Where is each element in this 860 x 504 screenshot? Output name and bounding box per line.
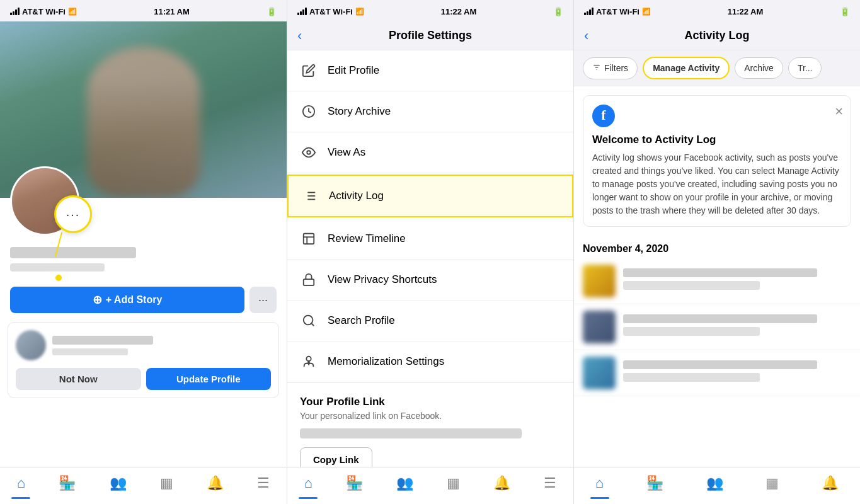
activity-text-line-5 <box>623 360 817 369</box>
settings-item-privacy[interactable]: View Privacy Shortcuts <box>287 260 573 301</box>
nav-people-p1[interactable]: 👥 <box>102 472 134 494</box>
add-story-label: + Add Story <box>106 294 163 306</box>
not-now-button[interactable]: Not Now <box>16 368 141 390</box>
more-options-button[interactable]: ··· <box>249 287 277 313</box>
suggestion-sub-blur <box>52 348 128 355</box>
add-story-button[interactable]: ⊕ + Add Story <box>10 287 244 313</box>
tab-archive-label: Archive <box>744 63 774 73</box>
nav-people-p2[interactable]: 👥 <box>389 472 421 494</box>
nav-bell-p2[interactable]: 🔔 <box>486 472 518 494</box>
status-bar-p1: AT&T Wi-Fi 📶 11:21 AM 🔋 <box>0 0 287 21</box>
nav-indicator-p2 <box>299 497 318 499</box>
settings-item-activity-log[interactable]: Activity Log <box>287 175 573 217</box>
nav-indicator-p1 <box>11 497 30 499</box>
tab-filters[interactable]: Filters <box>583 57 638 79</box>
activity-item-2[interactable] <box>574 304 860 350</box>
menu-icon-p1: ▦ <box>160 475 173 491</box>
time-p2: 11:22 AM <box>441 7 477 16</box>
battery-icon-p3: 🔋 <box>840 7 850 16</box>
yellow-dot-decoration <box>55 275 62 281</box>
panel-settings: AT&T Wi-Fi 📶 11:22 AM 🔋 ‹ Profile Settin… <box>287 0 573 504</box>
carrier-p3: AT&T Wi-Fi <box>596 7 639 16</box>
privacy-label: View Privacy Shortcuts <box>328 273 437 286</box>
status-left-p3: AT&T Wi-Fi 📶 <box>584 7 651 16</box>
activity-item-1[interactable] <box>574 258 860 304</box>
time-p3: 11:22 AM <box>728 7 764 16</box>
shop-icon-p3: 🏪 <box>646 475 663 491</box>
view-as-icon <box>300 144 318 161</box>
signal-icon-p2 <box>297 8 307 15</box>
people-icon-p1: 👥 <box>110 475 127 491</box>
activity-tabs: Filters Manage Activity Archive Tr... <box>574 50 860 86</box>
review-timeline-label: Review Timeline <box>328 232 406 245</box>
activity-text-1 <box>623 268 851 294</box>
profile-link-subtitle: Your personalized link on Facebook. <box>300 411 561 421</box>
wifi-icon-p3: 📶 <box>642 8 651 16</box>
activity-text-line-6 <box>623 373 760 382</box>
battery-icon-p1: 🔋 <box>267 7 277 16</box>
home-icon-p1: ⌂ <box>17 475 25 491</box>
plus-icon: ⊕ <box>93 293 102 307</box>
settings-item-review-timeline[interactable]: Review Timeline <box>287 219 573 260</box>
settings-item-search-profile[interactable]: Search Profile <box>287 301 573 341</box>
nav-home-p1[interactable]: ⌂ <box>9 472 33 494</box>
menu-icon-p3: ▦ <box>765 475 779 491</box>
activity-thumb-3 <box>583 357 616 389</box>
nav-hamburger-p2[interactable]: ☰ <box>536 472 564 494</box>
settings-header: ‹ Profile Settings <box>287 21 573 50</box>
profile-name-blurred <box>10 247 136 258</box>
tab-manage-activity[interactable]: Manage Activity <box>643 57 730 79</box>
three-dots-button[interactable]: ··· <box>54 195 92 233</box>
activity-header: ‹ Activity Log <box>574 21 860 50</box>
nav-menu-p3[interactable]: ▦ <box>758 472 786 494</box>
people-icon-p2: 👥 <box>396 475 413 491</box>
dots-icon: ··· <box>66 207 81 222</box>
update-profile-button[interactable]: Update Profile <box>146 368 272 390</box>
tab-filters-label: Filters <box>604 63 628 73</box>
svg-line-13 <box>311 323 314 326</box>
back-button-p3[interactable]: ‹ <box>584 28 588 44</box>
nav-home-p3[interactable]: ⌂ <box>588 472 611 494</box>
wifi-icon-p2: 📶 <box>355 8 364 16</box>
nav-shop-p3[interactable]: 🏪 <box>639 472 671 494</box>
shop-icon-p1: 🏪 <box>59 475 76 491</box>
nav-hamburger-p1[interactable]: ☰ <box>249 472 277 494</box>
bell-icon-p1: 🔔 <box>207 475 224 491</box>
profile-link-url-blurred <box>300 428 522 438</box>
svg-rect-11 <box>304 279 314 285</box>
panel-profile: AT&T Wi-Fi 📶 11:21 AM 🔋 ··· <box>0 0 287 504</box>
menu-icon-p2: ▦ <box>447 475 460 491</box>
nav-shop-p1[interactable]: 🏪 <box>51 472 83 494</box>
nav-bell-p1[interactable]: 🔔 <box>199 472 231 494</box>
nav-people-p3[interactable]: 👥 <box>699 472 731 494</box>
settings-item-story-archive[interactable]: Story Archive <box>287 91 573 132</box>
activity-text-line-4 <box>623 327 760 336</box>
suggestion-inner <box>16 330 271 360</box>
nav-menu-p2[interactable]: ▦ <box>439 472 467 494</box>
panel-activity: AT&T Wi-Fi 📶 11:22 AM 🔋 ‹ Activity Log F… <box>573 0 860 504</box>
settings-item-edit-profile[interactable]: Edit Profile <box>287 50 573 91</box>
copy-link-button[interactable]: Copy Link <box>300 447 372 467</box>
suggestion-buttons: Not Now Update Profile <box>16 368 271 390</box>
activity-item-3[interactable] <box>574 350 860 396</box>
nav-home-p2[interactable]: ⌂ <box>297 472 320 494</box>
review-timeline-icon <box>300 230 318 248</box>
nav-indicator-p3 <box>590 497 609 499</box>
battery-icon-p2: 🔋 <box>553 7 563 16</box>
signal-icon-p3 <box>584 8 593 15</box>
nav-menu-p1[interactable]: ▦ <box>152 472 181 494</box>
tab-trash[interactable]: Tr... <box>788 57 822 79</box>
suggestion-card: Not Now Update Profile <box>8 322 279 398</box>
nav-shop-p2[interactable]: 🏪 <box>338 472 370 494</box>
back-button-p2[interactable]: ‹ <box>297 28 302 44</box>
nav-bell-p3[interactable]: 🔔 <box>814 472 846 494</box>
wifi-icon-p1: 📶 <box>68 8 77 16</box>
settings-item-view-as[interactable]: View As <box>287 132 573 173</box>
settings-item-memorialization[interactable]: Memorialization Settings <box>287 341 573 382</box>
hamburger-icon-p1: ☰ <box>257 475 270 491</box>
activity-thumb-2 <box>583 311 616 343</box>
close-welcome-button[interactable]: × <box>835 103 843 120</box>
status-right-p2: 🔋 <box>553 7 563 16</box>
welcome-text: Activity log shows your Facebook activit… <box>592 151 842 217</box>
tab-archive[interactable]: Archive <box>735 57 783 79</box>
